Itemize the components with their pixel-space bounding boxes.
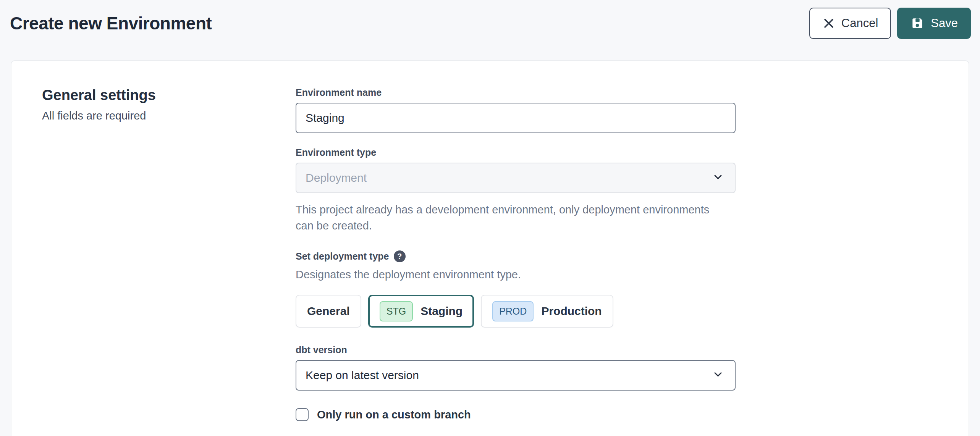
chevron-down-icon: [712, 171, 724, 186]
environment-name-label: Environment name: [296, 87, 736, 98]
section-intro: General settings All fields are required: [42, 87, 296, 436]
dbt-version-select[interactable]: Keep on latest version: [296, 360, 736, 391]
deployment-type-option-label: General: [307, 305, 350, 318]
header-actions: Cancel Save: [809, 8, 971, 39]
save-button[interactable]: Save: [897, 8, 971, 39]
settings-card: General settings All fields are required…: [11, 60, 969, 436]
page-title: Create new Environment: [10, 13, 809, 34]
section-subheading: All fields are required: [42, 110, 296, 122]
environment-type-value: Deployment: [306, 171, 712, 184]
environment-type-select[interactable]: Deployment: [296, 163, 736, 193]
staging-badge: STG: [380, 301, 413, 321]
cancel-button[interactable]: Cancel: [809, 8, 891, 39]
cancel-button-label: Cancel: [841, 16, 878, 30]
custom-branch-checkbox[interactable]: [296, 408, 309, 421]
environment-type-helper: This project already has a development e…: [296, 202, 723, 234]
custom-branch-label[interactable]: Only run on a custom branch: [317, 409, 471, 421]
dbt-version-label: dbt version: [296, 344, 736, 355]
section-heading: General settings: [42, 87, 296, 103]
production-badge: PROD: [492, 301, 534, 321]
environment-form: Environment name Environment type Deploy…: [296, 87, 736, 436]
custom-branch-row: Only run on a custom branch: [296, 408, 736, 421]
deployment-type-label-row: Set deployment type ?: [296, 250, 736, 262]
save-icon: [910, 16, 925, 31]
save-button-label: Save: [931, 16, 958, 30]
dbt-version-value: Keep on latest version: [306, 369, 712, 382]
deployment-type-option-production[interactable]: PROD Production: [481, 295, 613, 328]
environment-name-input[interactable]: [296, 103, 736, 133]
help-icon[interactable]: ?: [394, 250, 406, 262]
page-header: Create new Environment Cancel Save: [0, 0, 980, 42]
deployment-type-description: Designates the deployment environment ty…: [296, 268, 736, 281]
chevron-down-icon: [712, 368, 724, 383]
deployment-type-option-general[interactable]: General: [296, 295, 361, 328]
deployment-type-options: General STG Staging PROD Production: [296, 295, 736, 328]
deployment-type-option-staging[interactable]: STG Staging: [368, 295, 474, 328]
environment-type-label: Environment type: [296, 147, 736, 158]
deployment-type-label: Set deployment type: [296, 251, 389, 262]
deployment-type-option-label: Staging: [420, 305, 463, 318]
close-icon: [822, 17, 835, 30]
deployment-type-option-label: Production: [541, 305, 602, 318]
